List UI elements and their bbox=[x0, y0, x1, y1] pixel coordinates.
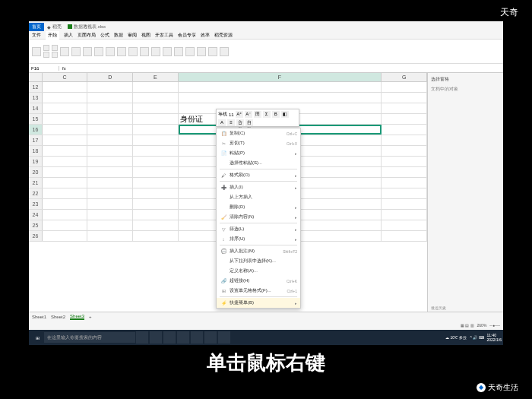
docer-tab[interactable]: ◆ 稻壳 bbox=[44, 23, 65, 31]
mt-inc-icon[interactable]: A⁺ bbox=[236, 111, 243, 118]
cell[interactable] bbox=[382, 231, 427, 241]
cell[interactable] bbox=[87, 114, 133, 124]
new-sheet[interactable]: + bbox=[89, 315, 92, 319]
sheet1[interactable]: Sheet1 bbox=[32, 315, 46, 319]
ribbon-home[interactable]: 开始 bbox=[46, 31, 59, 40]
mt-autosum[interactable]: 自动求和 bbox=[245, 119, 253, 126]
cell[interactable] bbox=[43, 178, 88, 188]
name-box[interactable]: F16 bbox=[29, 66, 59, 71]
explorer-icon[interactable] bbox=[163, 331, 176, 344]
ribbon-view[interactable]: 视图 bbox=[141, 32, 150, 39]
ctx-item[interactable]: 🔗超链接(H)Ctrl+K bbox=[217, 276, 300, 286]
cell[interactable] bbox=[382, 146, 427, 156]
mt-sum-icon[interactable]: Σ bbox=[263, 111, 271, 118]
cell[interactable] bbox=[133, 135, 179, 145]
ribbon-formula[interactable]: 公式 bbox=[100, 32, 109, 39]
cell[interactable] bbox=[133, 199, 179, 209]
cell[interactable] bbox=[87, 103, 133, 113]
zoom-slider[interactable]: ─●── bbox=[489, 323, 500, 328]
row-header[interactable]: 25 bbox=[29, 220, 43, 230]
cell[interactable] bbox=[87, 93, 133, 103]
cell[interactable] bbox=[43, 210, 88, 220]
cell[interactable] bbox=[133, 210, 179, 220]
cell[interactable] bbox=[43, 82, 88, 92]
mt-dec-icon[interactable]: A⁻ bbox=[245, 111, 252, 118]
cell-F12[interactable] bbox=[179, 82, 382, 92]
row-header[interactable]: 19 bbox=[29, 157, 43, 166]
table-icon[interactable] bbox=[208, 47, 217, 56]
col-G[interactable]: G bbox=[382, 73, 427, 81]
cell[interactable] bbox=[43, 93, 88, 103]
ctx-item[interactable]: 从上方插入 bbox=[217, 192, 300, 202]
condfmt-icon[interactable] bbox=[106, 47, 115, 56]
cell[interactable] bbox=[43, 114, 88, 124]
merge-icon[interactable] bbox=[71, 47, 81, 56]
sheet-icon[interactable] bbox=[185, 47, 195, 56]
cell-F13[interactable] bbox=[179, 93, 382, 103]
cell[interactable] bbox=[382, 167, 427, 177]
cell[interactable] bbox=[382, 188, 427, 198]
cell[interactable] bbox=[133, 93, 179, 103]
sheet3[interactable]: Sheet3 bbox=[70, 314, 84, 320]
mt-fill-icon[interactable]: ◧ bbox=[281, 111, 289, 118]
col-E[interactable]: E bbox=[133, 73, 179, 81]
app2-icon[interactable] bbox=[191, 331, 203, 344]
cell[interactable] bbox=[87, 231, 133, 241]
mt-border-icon[interactable]: 田 bbox=[254, 111, 261, 118]
col-D[interactable]: D bbox=[87, 73, 133, 81]
ribbon-data[interactable]: 数据 bbox=[114, 32, 123, 39]
ctx-item[interactable]: 🧹清除内容(N) bbox=[217, 212, 300, 222]
col-icon[interactable] bbox=[174, 47, 183, 56]
bold-icon[interactable] bbox=[52, 45, 58, 51]
ribbon-docer[interactable]: 稻壳资源 bbox=[214, 32, 233, 39]
row-header[interactable]: 21 bbox=[29, 178, 43, 188]
cell[interactable] bbox=[133, 114, 179, 124]
row-header[interactable]: 14 bbox=[29, 103, 43, 113]
search-box[interactable]: 在这里输入你要搜索的内容 bbox=[44, 332, 135, 343]
cell[interactable] bbox=[43, 188, 88, 198]
mt-color-icon[interactable]: A bbox=[218, 119, 226, 126]
cell[interactable] bbox=[382, 93, 427, 103]
row-header[interactable]: 13 bbox=[29, 93, 43, 103]
cell[interactable] bbox=[87, 82, 133, 92]
ctx-item[interactable]: 删除(D) bbox=[217, 202, 300, 212]
freeze-icon[interactable] bbox=[197, 47, 206, 56]
ctx-item[interactable]: 从下拉列表中选择(K)... bbox=[217, 256, 300, 266]
row-header[interactable]: 15 bbox=[29, 114, 43, 124]
ctx-item[interactable]: 🖌格式刷(O) bbox=[217, 170, 300, 180]
row-header[interactable]: 17 bbox=[29, 135, 43, 145]
cell[interactable] bbox=[133, 157, 179, 166]
cell[interactable] bbox=[382, 157, 427, 166]
cell[interactable] bbox=[133, 178, 179, 188]
cell[interactable] bbox=[382, 114, 427, 124]
row-header[interactable]: 16 bbox=[29, 125, 43, 135]
cell[interactable] bbox=[43, 157, 88, 166]
cell[interactable] bbox=[43, 220, 88, 230]
cell[interactable] bbox=[133, 125, 179, 135]
cell[interactable] bbox=[87, 157, 133, 166]
find-icon[interactable] bbox=[220, 47, 229, 56]
mt-font[interactable]: 等线 bbox=[218, 111, 227, 118]
ribbon-insert[interactable]: 插入 bbox=[64, 32, 73, 39]
cell[interactable] bbox=[382, 220, 427, 230]
cell[interactable] bbox=[382, 125, 427, 135]
cell[interactable] bbox=[87, 188, 133, 198]
sort-icon[interactable] bbox=[140, 47, 149, 56]
ribbon-review[interactable]: 审阅 bbox=[128, 32, 137, 39]
ribbon-dev[interactable]: 开发工具 bbox=[155, 32, 173, 39]
ctx-item[interactable]: ✂剪切(T)Ctrl+X bbox=[217, 138, 300, 148]
sheet2[interactable]: Sheet2 bbox=[51, 315, 65, 319]
cell[interactable] bbox=[87, 146, 133, 156]
cell[interactable] bbox=[382, 135, 427, 145]
row-header[interactable]: 18 bbox=[29, 146, 43, 156]
row-header[interactable]: 26 bbox=[29, 231, 43, 241]
ctx-item[interactable]: ⚡快捷菜单(B) bbox=[217, 298, 300, 308]
cell[interactable] bbox=[133, 231, 179, 241]
app3-icon[interactable] bbox=[204, 331, 217, 344]
cell[interactable] bbox=[133, 146, 179, 156]
ctx-item[interactable]: 📄粘贴(P) bbox=[217, 148, 300, 158]
tray-icons[interactable]: ^ 🔊 ⌨ bbox=[470, 335, 483, 340]
cell[interactable] bbox=[382, 210, 427, 220]
ctx-item[interactable]: ⊞设置单元格格式(F)...Ctrl+1 bbox=[217, 286, 300, 296]
view-icons[interactable]: ▦ ▤ ▥ bbox=[461, 323, 474, 328]
